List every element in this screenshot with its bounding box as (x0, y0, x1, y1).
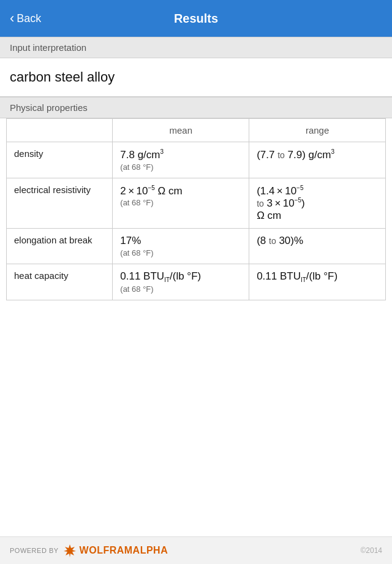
property-label: density (7, 142, 113, 178)
table-row: density 7.8 g/cm3 (at 68 °F) (7.7 to 7.9… (7, 142, 386, 178)
back-chevron-icon: ‹ (10, 12, 14, 25)
input-interpretation-label: Input interpretation (0, 37, 392, 58)
page-title: Results (174, 12, 218, 26)
mean-cell: 2 × 10−5 Ω cm (at 68 °F) (113, 178, 249, 228)
table-row: heat capacity 0.11 BTUIT/(lb °F) (at 68 … (7, 264, 386, 300)
property-label: heat capacity (7, 264, 113, 300)
property-label: electrical resistivity (7, 178, 113, 228)
physical-properties-label: Physical properties (0, 97, 392, 118)
back-label: Back (17, 12, 41, 25)
col-header-range: range (249, 119, 386, 142)
footer: POWERED BY WolframAlpha ©2014 (0, 536, 392, 564)
header: ‹ Back Results (0, 0, 392, 37)
powered-by-label: POWERED BY (10, 547, 59, 554)
mean-cell: 17% (at 68 °F) (113, 228, 249, 264)
mean-value: 2 × 10−5 Ω cm (120, 185, 241, 197)
range-cell: 0.11 BTUIT/(lb °F) (249, 264, 386, 300)
properties-table: mean range density 7.8 g/cm3 (at 68 °F) … (6, 118, 386, 300)
mean-cell: 0.11 BTUIT/(lb °F) (at 68 °F) (113, 264, 249, 300)
wolfram-logo: WolframAlpha (62, 543, 168, 558)
wolfram-brand-label: WolframAlpha (80, 545, 168, 556)
range-cell: (1.4 × 10−5 to 3 × 10−5) Ω cm (249, 178, 386, 228)
range-value: (7.7 to 7.9) g/cm3 (257, 148, 378, 161)
mean-condition: (at 68 °F) (120, 162, 241, 172)
mean-condition: (at 68 °F) (120, 198, 241, 207)
mean-value: 17% (120, 235, 241, 247)
property-label: elongation at break (7, 228, 113, 264)
range-value: (1.4 × 10−5 to 3 × 10−5) Ω cm (257, 185, 378, 222)
range-value: (8 to 30)% (257, 235, 378, 247)
table-header-row: mean range (7, 119, 386, 142)
range-value: 0.11 BTUIT/(lb °F) (257, 270, 378, 283)
input-interpretation-value: carbon steel alloy (0, 58, 392, 97)
mean-value: 7.8 g/cm3 (120, 148, 241, 161)
svg-marker-0 (64, 544, 76, 557)
copyright-label: ©2014 (360, 546, 382, 555)
range-cell: (8 to 30)% (249, 228, 386, 264)
table-row: electrical resistivity 2 × 10−5 Ω cm (at… (7, 178, 386, 228)
properties-table-container: mean range density 7.8 g/cm3 (at 68 °F) … (0, 118, 392, 300)
mean-condition: (at 68 °F) (120, 284, 241, 294)
mean-condition: (at 68 °F) (120, 248, 241, 257)
mean-value: 0.11 BTUIT/(lb °F) (120, 270, 241, 283)
table-row: elongation at break 17% (at 68 °F) (8 to… (7, 228, 386, 264)
mean-cell: 7.8 g/cm3 (at 68 °F) (113, 142, 249, 178)
col-header-property (7, 119, 113, 142)
footer-left: POWERED BY WolframAlpha (10, 543, 168, 558)
col-header-mean: mean (113, 119, 249, 142)
wolfram-icon (62, 543, 77, 558)
range-cell: (7.7 to 7.9) g/cm3 (249, 142, 386, 178)
back-button[interactable]: ‹ Back (10, 12, 41, 25)
